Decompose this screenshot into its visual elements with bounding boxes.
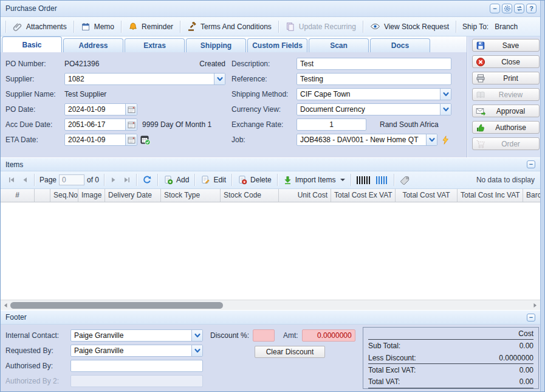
job-quick-action-button[interactable] bbox=[439, 134, 451, 146]
toolbar-separator bbox=[104, 174, 105, 186]
import-dropdown-caret-icon[interactable] bbox=[340, 179, 345, 181]
discount-percent-input[interactable] bbox=[253, 329, 275, 342]
tab-basic[interactable]: Basic bbox=[2, 36, 62, 52]
scroll-right-arrow[interactable] bbox=[531, 301, 539, 309]
supplier-name-label: Supplier Name: bbox=[5, 90, 64, 98]
items-toolbar: Page of 0 Add bbox=[1, 171, 540, 189]
exchange-rate-input[interactable] bbox=[296, 119, 366, 131]
column-header-delivery-date[interactable]: Delivery Date bbox=[105, 189, 161, 202]
internal-contact-dropdown-button[interactable] bbox=[191, 330, 202, 341]
horizontal-scrollbar[interactable] bbox=[1, 300, 540, 310]
currency-name: Rand South Africa bbox=[380, 120, 439, 129]
column-header-index[interactable]: # bbox=[1, 189, 35, 202]
authorised-by-input[interactable] bbox=[70, 360, 203, 372]
column-header-stock-code[interactable]: Stock Code bbox=[221, 189, 279, 202]
reference-row: Reference: bbox=[231, 73, 451, 85]
pager-first-button[interactable] bbox=[5, 173, 18, 187]
po-date-field[interactable]: 2024-01-09 bbox=[64, 103, 137, 115]
internal-contact-label: Internal Contact: bbox=[5, 331, 70, 340]
pager-next-button[interactable] bbox=[107, 173, 120, 187]
tab-scan[interactable]: Scan bbox=[309, 38, 369, 52]
currency-view-dropdown-button[interactable] bbox=[440, 104, 451, 115]
requested-by-combo[interactable]: Paige Granville bbox=[70, 345, 203, 357]
clear-discount-button[interactable]: Clear Discount bbox=[255, 346, 325, 358]
barcode-scan-button[interactable] bbox=[354, 173, 373, 187]
po-date-picker-button[interactable] bbox=[125, 104, 137, 115]
chevron-down-icon bbox=[193, 331, 202, 340]
purchase-order-window: Purchase Order − ? Attachments bbox=[0, 0, 545, 392]
supplier-row: Supplier: 1082 bbox=[5, 73, 225, 85]
refresh-button[interactable] bbox=[514, 4, 524, 13]
reference-input[interactable] bbox=[296, 73, 451, 85]
settings-button[interactable] bbox=[502, 4, 512, 13]
column-header-blank[interactable] bbox=[35, 189, 50, 202]
tab-shipping[interactable]: Shipping bbox=[186, 38, 246, 52]
currency-view-combo[interactable]: Document Currency bbox=[296, 103, 451, 115]
ship-to-value[interactable]: Branch bbox=[495, 22, 518, 31]
job-combo[interactable]: JOB4638 - DAV001 - New Home QT bbox=[296, 134, 437, 146]
print-label: Print bbox=[485, 74, 536, 83]
help-button[interactable]: ? bbox=[526, 4, 536, 13]
scroll-left-arrow[interactable] bbox=[2, 301, 10, 309]
tab-docs[interactable]: Docs bbox=[370, 38, 430, 52]
save-button[interactable]: Save bbox=[472, 39, 540, 52]
next-page-icon bbox=[110, 176, 117, 184]
authorise-button[interactable]: Authorise bbox=[472, 121, 540, 134]
items-section-header: Items − bbox=[1, 157, 540, 171]
title-bar: Purchase Order − ? bbox=[1, 1, 540, 17]
approval-button[interactable]: Approval bbox=[472, 105, 540, 117]
discount-amount-input[interactable] bbox=[302, 329, 355, 342]
print-button[interactable]: Print bbox=[472, 72, 540, 84]
description-input[interactable] bbox=[296, 58, 451, 70]
page-number-input[interactable] bbox=[59, 174, 84, 185]
column-header-total-cost-vat[interactable]: Total Cost VAT bbox=[396, 189, 458, 202]
column-header-stock-type[interactable]: Stock Type bbox=[161, 189, 221, 202]
internal-contact-combo[interactable]: Paige Granville bbox=[70, 329, 203, 342]
terms-button[interactable]: Terms And Conditions bbox=[183, 19, 276, 35]
supplier-combo[interactable]: 1082 bbox=[64, 73, 225, 85]
minimize-button[interactable]: − bbox=[490, 4, 500, 13]
eta-date-picker-button[interactable] bbox=[125, 134, 137, 145]
eta-date-field[interactable]: 2024-01-09 bbox=[64, 134, 137, 146]
column-header-barcode[interactable]: Barcode bbox=[523, 189, 540, 202]
job-dropdown-button[interactable] bbox=[426, 134, 437, 145]
description-label: Description: bbox=[231, 60, 296, 68]
tab-custom-fields[interactable]: Custom Fields bbox=[247, 38, 307, 52]
supplier-dropdown-button[interactable] bbox=[214, 74, 225, 84]
paperclip-icon bbox=[13, 22, 22, 32]
shipping-method-combo[interactable]: CIF Cape Town bbox=[296, 88, 451, 100]
edit-item-button[interactable]: Edit bbox=[197, 173, 229, 187]
tab-address[interactable]: Address bbox=[63, 38, 123, 52]
reminder-button[interactable]: Reminder bbox=[124, 19, 177, 35]
attachments-button[interactable]: Attachments bbox=[9, 19, 71, 35]
toolbar-separator bbox=[136, 174, 137, 186]
tab-extras[interactable]: Extras bbox=[125, 38, 185, 52]
pager-last-button[interactable] bbox=[120, 173, 134, 187]
barcode-print-button[interactable] bbox=[373, 173, 391, 187]
shipping-method-dropdown-button[interactable] bbox=[440, 89, 451, 100]
close-button[interactable]: Close bbox=[472, 55, 540, 68]
column-header-total-cost-ex-vat[interactable]: Total Cost Ex VAT bbox=[331, 189, 396, 202]
items-grid-body[interactable] bbox=[1, 202, 540, 300]
eta-calendar-confirm-button[interactable] bbox=[139, 134, 151, 146]
column-header-total-cost-inc-vat[interactable]: Total Cost Inc VAT bbox=[458, 189, 523, 202]
items-collapse-button[interactable]: − bbox=[527, 160, 535, 168]
add-item-button[interactable]: Add bbox=[160, 173, 192, 187]
pager-prev-button[interactable] bbox=[18, 173, 32, 187]
acc-due-date-field[interactable]: 2051-06-17 bbox=[64, 119, 137, 131]
footer-collapse-button[interactable]: − bbox=[527, 314, 535, 322]
refresh-items-button[interactable] bbox=[139, 173, 155, 187]
import-items-button[interactable]: Import Items bbox=[280, 173, 349, 187]
label-tag-button[interactable] bbox=[397, 173, 413, 187]
column-header-unit-cost[interactable]: Unit Cost bbox=[279, 189, 331, 202]
column-header-image[interactable]: Image bbox=[78, 189, 105, 202]
acc-due-date-picker-button[interactable] bbox=[125, 119, 137, 130]
po-date-value: 2024-01-09 bbox=[65, 105, 125, 114]
scrollbar-thumb[interactable] bbox=[10, 302, 223, 309]
requested-by-dropdown-button[interactable] bbox=[191, 345, 202, 356]
view-stock-request-button[interactable]: View Stock Request bbox=[366, 19, 453, 35]
update-recurring-label: Update Recurring bbox=[299, 22, 356, 31]
memo-button[interactable]: Memo bbox=[77, 19, 118, 35]
column-header-seqno[interactable]: Seq.No bbox=[50, 189, 78, 202]
delete-item-button[interactable]: Delete bbox=[235, 173, 275, 187]
